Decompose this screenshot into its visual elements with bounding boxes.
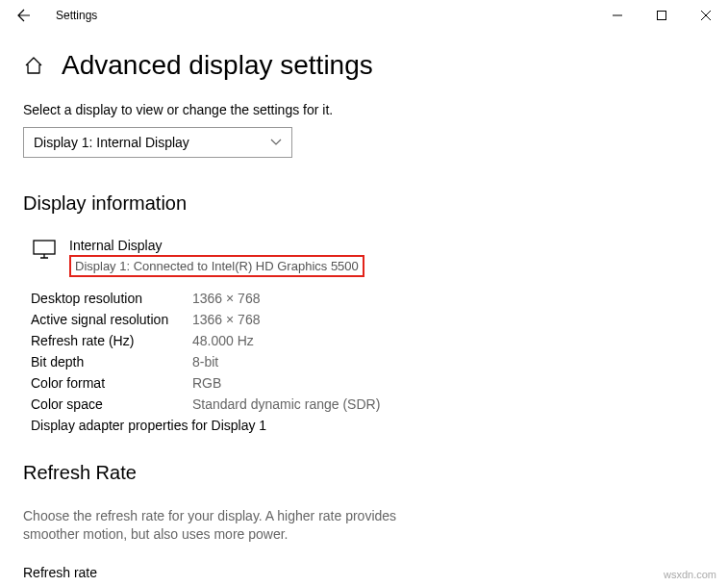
svg-rect-1 bbox=[34, 241, 55, 254]
info-label: Desktop resolution bbox=[31, 291, 192, 306]
info-value: 1366 × 768 bbox=[192, 312, 260, 327]
chevron-down-icon bbox=[270, 136, 282, 149]
display-select-dropdown[interactable]: Display 1: Internal Display bbox=[23, 127, 292, 158]
minimize-button[interactable] bbox=[595, 0, 640, 31]
info-row: Color formatRGB bbox=[31, 375, 705, 391]
monitor-icon bbox=[33, 240, 56, 263]
window-title: Settings bbox=[56, 9, 97, 22]
back-arrow-icon bbox=[16, 8, 32, 23]
display-name: Internal Display bbox=[69, 238, 364, 253]
display-adapter-properties-link[interactable]: Display adapter properties for Display 1 bbox=[31, 418, 705, 433]
page-heading: Advanced display settings bbox=[62, 50, 373, 81]
close-button[interactable] bbox=[684, 0, 728, 31]
info-label: Bit depth bbox=[31, 354, 192, 369]
info-value: 1366 × 768 bbox=[192, 291, 260, 306]
refresh-rate-heading: Refresh Rate bbox=[23, 462, 705, 484]
display-select-instruction: Select a display to view or change the s… bbox=[23, 102, 705, 117]
maximize-icon bbox=[657, 11, 666, 20]
close-icon bbox=[701, 11, 711, 20]
display-connection-highlighted: Display 1: Connected to Intel(R) HD Grap… bbox=[69, 255, 364, 277]
info-value: 48.000 Hz bbox=[192, 333, 254, 348]
info-value: RGB bbox=[192, 375, 221, 391]
info-row: Active signal resolution1366 × 768 bbox=[31, 312, 705, 327]
info-label: Color space bbox=[31, 396, 192, 412]
refresh-rate-description: Choose the refresh rate for your display… bbox=[23, 507, 446, 544]
info-value: Standard dynamic range (SDR) bbox=[192, 396, 380, 412]
info-label: Color format bbox=[31, 375, 192, 391]
display-information-heading: Display information bbox=[23, 192, 705, 215]
info-row: Refresh rate (Hz)48.000 Hz bbox=[31, 333, 705, 348]
info-row: Color spaceStandard dynamic range (SDR) bbox=[31, 396, 705, 412]
home-icon[interactable] bbox=[23, 55, 44, 76]
info-label: Refresh rate (Hz) bbox=[31, 333, 192, 348]
back-button[interactable] bbox=[10, 1, 38, 30]
maximize-button[interactable] bbox=[640, 0, 684, 31]
info-row: Desktop resolution1366 × 768 bbox=[31, 291, 705, 306]
info-label: Active signal resolution bbox=[31, 312, 192, 327]
svg-rect-0 bbox=[658, 12, 666, 20]
dropdown-value: Display 1: Internal Display bbox=[34, 135, 189, 150]
watermark: wsxdn.com bbox=[664, 569, 716, 580]
info-value: 8-bit bbox=[192, 354, 218, 369]
minimize-icon bbox=[613, 11, 622, 20]
refresh-rate-label: Refresh rate bbox=[23, 565, 705, 580]
info-row: Bit depth8-bit bbox=[31, 354, 705, 369]
